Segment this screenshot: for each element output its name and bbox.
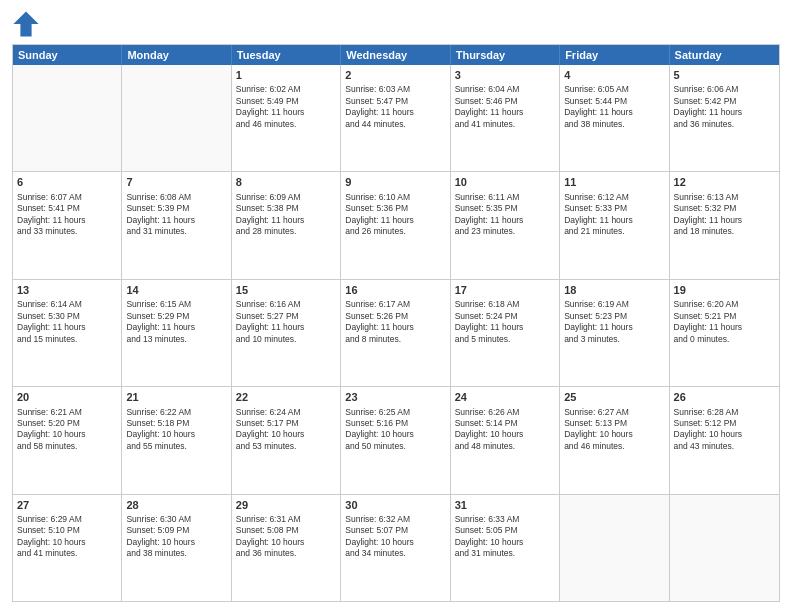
calendar-cell: 25Sunrise: 6:27 AM Sunset: 5:13 PM Dayli… <box>560 387 669 493</box>
day-number: 12 <box>674 175 775 189</box>
calendar-row: 20Sunrise: 6:21 AM Sunset: 5:20 PM Dayli… <box>13 386 779 493</box>
calendar-header: SundayMondayTuesdayWednesdayThursdayFrid… <box>13 45 779 65</box>
calendar-cell: 1Sunrise: 6:02 AM Sunset: 5:49 PM Daylig… <box>232 65 341 171</box>
day-info: Sunrise: 6:07 AM Sunset: 5:41 PM Dayligh… <box>17 192 117 238</box>
day-number: 28 <box>126 498 226 512</box>
day-number: 10 <box>455 175 555 189</box>
logo-icon <box>12 10 40 38</box>
calendar-cell: 27Sunrise: 6:29 AM Sunset: 5:10 PM Dayli… <box>13 495 122 601</box>
calendar-cell: 20Sunrise: 6:21 AM Sunset: 5:20 PM Dayli… <box>13 387 122 493</box>
weekday-header: Sunday <box>13 45 122 65</box>
day-info: Sunrise: 6:09 AM Sunset: 5:38 PM Dayligh… <box>236 192 336 238</box>
logo <box>12 10 44 38</box>
calendar-cell: 13Sunrise: 6:14 AM Sunset: 5:30 PM Dayli… <box>13 280 122 386</box>
day-number: 24 <box>455 390 555 404</box>
day-info: Sunrise: 6:20 AM Sunset: 5:21 PM Dayligh… <box>674 299 775 345</box>
weekday-header: Tuesday <box>232 45 341 65</box>
day-number: 18 <box>564 283 664 297</box>
day-number: 21 <box>126 390 226 404</box>
day-info: Sunrise: 6:06 AM Sunset: 5:42 PM Dayligh… <box>674 84 775 130</box>
calendar-row: 13Sunrise: 6:14 AM Sunset: 5:30 PM Dayli… <box>13 279 779 386</box>
svg-marker-0 <box>13 11 38 36</box>
calendar-cell: 2Sunrise: 6:03 AM Sunset: 5:47 PM Daylig… <box>341 65 450 171</box>
calendar-cell: 7Sunrise: 6:08 AM Sunset: 5:39 PM Daylig… <box>122 172 231 278</box>
calendar-cell: 16Sunrise: 6:17 AM Sunset: 5:26 PM Dayli… <box>341 280 450 386</box>
weekday-header: Saturday <box>670 45 779 65</box>
day-info: Sunrise: 6:32 AM Sunset: 5:07 PM Dayligh… <box>345 514 445 560</box>
day-info: Sunrise: 6:30 AM Sunset: 5:09 PM Dayligh… <box>126 514 226 560</box>
day-number: 5 <box>674 68 775 82</box>
calendar-cell <box>122 65 231 171</box>
day-info: Sunrise: 6:22 AM Sunset: 5:18 PM Dayligh… <box>126 407 226 453</box>
day-info: Sunrise: 6:13 AM Sunset: 5:32 PM Dayligh… <box>674 192 775 238</box>
calendar-cell: 21Sunrise: 6:22 AM Sunset: 5:18 PM Dayli… <box>122 387 231 493</box>
day-info: Sunrise: 6:14 AM Sunset: 5:30 PM Dayligh… <box>17 299 117 345</box>
calendar-body: 1Sunrise: 6:02 AM Sunset: 5:49 PM Daylig… <box>13 65 779 601</box>
day-number: 11 <box>564 175 664 189</box>
page: SundayMondayTuesdayWednesdayThursdayFrid… <box>0 0 792 612</box>
weekday-header: Wednesday <box>341 45 450 65</box>
day-info: Sunrise: 6:17 AM Sunset: 5:26 PM Dayligh… <box>345 299 445 345</box>
calendar-cell: 3Sunrise: 6:04 AM Sunset: 5:46 PM Daylig… <box>451 65 560 171</box>
calendar-cell: 4Sunrise: 6:05 AM Sunset: 5:44 PM Daylig… <box>560 65 669 171</box>
day-info: Sunrise: 6:18 AM Sunset: 5:24 PM Dayligh… <box>455 299 555 345</box>
day-info: Sunrise: 6:27 AM Sunset: 5:13 PM Dayligh… <box>564 407 664 453</box>
day-info: Sunrise: 6:04 AM Sunset: 5:46 PM Dayligh… <box>455 84 555 130</box>
day-info: Sunrise: 6:12 AM Sunset: 5:33 PM Dayligh… <box>564 192 664 238</box>
day-number: 17 <box>455 283 555 297</box>
day-info: Sunrise: 6:10 AM Sunset: 5:36 PM Dayligh… <box>345 192 445 238</box>
day-info: Sunrise: 6:16 AM Sunset: 5:27 PM Dayligh… <box>236 299 336 345</box>
calendar-row: 6Sunrise: 6:07 AM Sunset: 5:41 PM Daylig… <box>13 171 779 278</box>
calendar: SundayMondayTuesdayWednesdayThursdayFrid… <box>12 44 780 602</box>
day-info: Sunrise: 6:11 AM Sunset: 5:35 PM Dayligh… <box>455 192 555 238</box>
day-number: 1 <box>236 68 336 82</box>
calendar-cell: 11Sunrise: 6:12 AM Sunset: 5:33 PM Dayli… <box>560 172 669 278</box>
day-number: 9 <box>345 175 445 189</box>
day-number: 15 <box>236 283 336 297</box>
calendar-cell <box>670 495 779 601</box>
day-info: Sunrise: 6:08 AM Sunset: 5:39 PM Dayligh… <box>126 192 226 238</box>
calendar-cell: 10Sunrise: 6:11 AM Sunset: 5:35 PM Dayli… <box>451 172 560 278</box>
calendar-cell: 29Sunrise: 6:31 AM Sunset: 5:08 PM Dayli… <box>232 495 341 601</box>
day-number: 23 <box>345 390 445 404</box>
calendar-cell <box>560 495 669 601</box>
weekday-header: Friday <box>560 45 669 65</box>
day-info: Sunrise: 6:31 AM Sunset: 5:08 PM Dayligh… <box>236 514 336 560</box>
day-info: Sunrise: 6:15 AM Sunset: 5:29 PM Dayligh… <box>126 299 226 345</box>
calendar-cell: 15Sunrise: 6:16 AM Sunset: 5:27 PM Dayli… <box>232 280 341 386</box>
day-number: 7 <box>126 175 226 189</box>
calendar-cell: 24Sunrise: 6:26 AM Sunset: 5:14 PM Dayli… <box>451 387 560 493</box>
calendar-cell <box>13 65 122 171</box>
day-number: 22 <box>236 390 336 404</box>
day-number: 30 <box>345 498 445 512</box>
day-number: 19 <box>674 283 775 297</box>
day-number: 29 <box>236 498 336 512</box>
day-info: Sunrise: 6:28 AM Sunset: 5:12 PM Dayligh… <box>674 407 775 453</box>
day-number: 8 <box>236 175 336 189</box>
calendar-cell: 5Sunrise: 6:06 AM Sunset: 5:42 PM Daylig… <box>670 65 779 171</box>
day-info: Sunrise: 6:24 AM Sunset: 5:17 PM Dayligh… <box>236 407 336 453</box>
calendar-cell: 9Sunrise: 6:10 AM Sunset: 5:36 PM Daylig… <box>341 172 450 278</box>
calendar-cell: 22Sunrise: 6:24 AM Sunset: 5:17 PM Dayli… <box>232 387 341 493</box>
day-number: 26 <box>674 390 775 404</box>
calendar-cell: 14Sunrise: 6:15 AM Sunset: 5:29 PM Dayli… <box>122 280 231 386</box>
day-info: Sunrise: 6:05 AM Sunset: 5:44 PM Dayligh… <box>564 84 664 130</box>
calendar-cell: 8Sunrise: 6:09 AM Sunset: 5:38 PM Daylig… <box>232 172 341 278</box>
day-info: Sunrise: 6:25 AM Sunset: 5:16 PM Dayligh… <box>345 407 445 453</box>
calendar-row: 1Sunrise: 6:02 AM Sunset: 5:49 PM Daylig… <box>13 65 779 171</box>
calendar-cell: 18Sunrise: 6:19 AM Sunset: 5:23 PM Dayli… <box>560 280 669 386</box>
calendar-cell: 23Sunrise: 6:25 AM Sunset: 5:16 PM Dayli… <box>341 387 450 493</box>
day-number: 13 <box>17 283 117 297</box>
weekday-header: Monday <box>122 45 231 65</box>
calendar-cell: 17Sunrise: 6:18 AM Sunset: 5:24 PM Dayli… <box>451 280 560 386</box>
calendar-cell: 28Sunrise: 6:30 AM Sunset: 5:09 PM Dayli… <box>122 495 231 601</box>
calendar-cell: 19Sunrise: 6:20 AM Sunset: 5:21 PM Dayli… <box>670 280 779 386</box>
day-info: Sunrise: 6:26 AM Sunset: 5:14 PM Dayligh… <box>455 407 555 453</box>
day-number: 2 <box>345 68 445 82</box>
day-info: Sunrise: 6:21 AM Sunset: 5:20 PM Dayligh… <box>17 407 117 453</box>
day-number: 6 <box>17 175 117 189</box>
day-number: 31 <box>455 498 555 512</box>
day-info: Sunrise: 6:19 AM Sunset: 5:23 PM Dayligh… <box>564 299 664 345</box>
day-info: Sunrise: 6:29 AM Sunset: 5:10 PM Dayligh… <box>17 514 117 560</box>
day-number: 14 <box>126 283 226 297</box>
